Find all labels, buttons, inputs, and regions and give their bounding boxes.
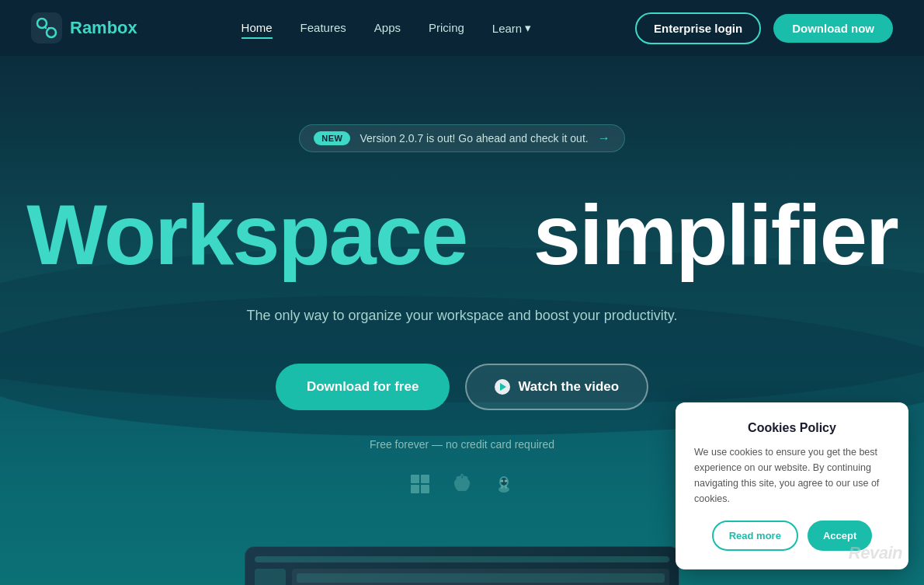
svg-rect-15 bbox=[501, 485, 503, 489]
download-now-button[interactable]: Download now bbox=[773, 14, 893, 43]
app-screenshot bbox=[245, 546, 679, 585]
screenshot-sidebar bbox=[255, 569, 286, 585]
nav-features[interactable]: Features bbox=[300, 21, 346, 34]
announcement-banner[interactable]: New Version 2.0.7 is out! Go ahead and c… bbox=[299, 124, 624, 152]
read-more-button[interactable]: Read more bbox=[712, 521, 798, 551]
arrow-icon: → bbox=[598, 131, 610, 145]
svg-point-14 bbox=[498, 486, 509, 493]
svg-rect-16 bbox=[505, 485, 507, 489]
hero-title: Workspace simplifier bbox=[26, 190, 898, 280]
svg-rect-4 bbox=[421, 475, 429, 483]
os-icons bbox=[410, 474, 514, 500]
watch-video-label: Watch the video bbox=[518, 379, 619, 395]
nav-pricing[interactable]: Pricing bbox=[429, 21, 464, 34]
screenshot-bar bbox=[255, 556, 669, 562]
linux-icon bbox=[494, 474, 514, 500]
nav-home[interactable]: Home bbox=[241, 21, 273, 39]
svg-rect-3 bbox=[411, 475, 419, 483]
cta-buttons: Download for free Watch the video bbox=[276, 364, 648, 410]
windows-icon bbox=[410, 474, 430, 500]
cookies-title: Cookies Policy bbox=[694, 421, 890, 435]
watch-video-button[interactable]: Watch the video bbox=[465, 364, 648, 410]
chevron-down-icon: ▾ bbox=[525, 21, 531, 35]
nav-links: Home Features Apps Pricing Learn ▾ bbox=[241, 21, 532, 35]
nav-learn[interactable]: Learn ▾ bbox=[492, 21, 531, 35]
announcement-text: Version 2.0.7 is out! Go ahead and check… bbox=[360, 132, 588, 145]
download-free-button[interactable]: Download for free bbox=[276, 364, 450, 410]
new-badge: New bbox=[314, 131, 350, 145]
svg-point-12 bbox=[502, 481, 502, 482]
screenshot-content bbox=[255, 569, 669, 585]
navbar: Rambox Home Features Apps Pricing Learn … bbox=[0, 0, 924, 56]
apple-icon bbox=[452, 474, 472, 500]
svg-rect-5 bbox=[411, 485, 419, 493]
logo-text: Rambox bbox=[70, 18, 137, 38]
logo-link[interactable]: Rambox bbox=[31, 12, 137, 44]
play-icon bbox=[495, 379, 510, 395]
free-forever-text: Free forever — no credit card required bbox=[370, 438, 554, 451]
nav-actions: Enterprise login Download now bbox=[635, 12, 893, 44]
title-workspace: Workspace bbox=[26, 186, 467, 282]
hero-subtitle: The only way to organize your workspace … bbox=[247, 305, 678, 327]
screenshot-main bbox=[292, 569, 669, 585]
play-triangle bbox=[500, 383, 506, 391]
enterprise-login-button[interactable]: Enterprise login bbox=[635, 12, 761, 44]
title-simplifier: simplifier bbox=[533, 186, 898, 282]
cookies-text: We use cookies to ensure you get the bes… bbox=[694, 444, 890, 507]
nav-apps[interactable]: Apps bbox=[374, 21, 401, 34]
svg-point-13 bbox=[505, 481, 506, 482]
cookies-modal: Cookies Policy We use cookies to ensure … bbox=[676, 402, 908, 569]
svg-rect-6 bbox=[421, 485, 429, 493]
revain-watermark: Revain bbox=[849, 543, 902, 563]
